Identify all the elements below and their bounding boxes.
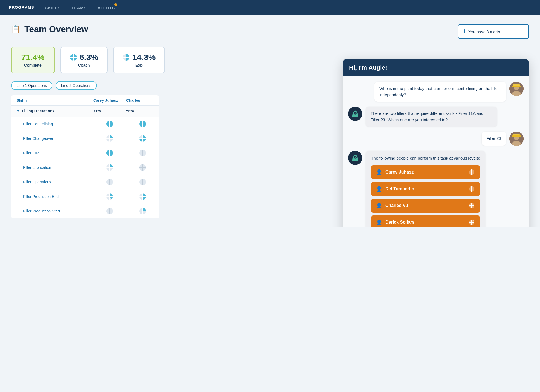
- bot-avatar-1: [348, 107, 362, 121]
- msg-bot-1: There are two fillers that require diffe…: [348, 107, 524, 127]
- main-content: 📋 Team Overview ℹ You have 3 alerts 71.4…: [0, 15, 540, 227]
- alerts-badge[interactable]: ℹ You have 3 alerts: [458, 24, 529, 39]
- table-row: Filler Production End: [11, 189, 159, 204]
- msg-text-bot-1: There are two fillers that require diffe…: [366, 107, 497, 127]
- person-name-del: Del Tomberlin: [385, 186, 414, 192]
- skill-filler-cip[interactable]: Filler CIP: [16, 151, 93, 155]
- stat-card-coach: 6.3% Coach: [60, 47, 108, 73]
- person-btn-left-del: 👤 Del Tomberlin: [376, 185, 414, 193]
- stat-label-coach: Coach: [70, 63, 98, 67]
- stat-label-exp: Exp: [122, 63, 156, 67]
- skill-level-c1: [93, 149, 126, 157]
- msg-user-2: Filler 23: [348, 132, 524, 146]
- skill-icon-derick: [468, 219, 475, 226]
- section-filling-toggle[interactable]: ▼ Filling Operations: [16, 109, 93, 113]
- person-icon-del: 👤: [376, 185, 382, 193]
- user-avatar-2: [509, 132, 524, 146]
- table-row: Filler Production Start: [11, 204, 159, 218]
- table-row: Filler Changeover: [11, 131, 159, 146]
- stat-value-complete: 71.4%: [20, 53, 46, 62]
- skill-level-c2: [126, 120, 159, 128]
- skills-table: Skill Carey Juhasz Charles ▼ Filling Ope…: [11, 95, 159, 218]
- bot-list-intro: The following people can perform this ta…: [371, 155, 480, 161]
- skill-level-c1: [93, 193, 126, 200]
- col-carey[interactable]: Carey Juhasz: [93, 98, 126, 103]
- bot-avatar-2: [348, 151, 362, 165]
- skill-icon-del: [468, 186, 475, 192]
- skill-icon-charles: [468, 202, 475, 209]
- stat-coach-row: 6.3%: [70, 53, 98, 62]
- msg-bot-list: The following people can perform this ta…: [366, 151, 485, 227]
- chevron-down-icon: ▼: [16, 109, 20, 113]
- skill-filler-production-end[interactable]: Filler Production End: [16, 194, 93, 199]
- table-row: Filler Centerlining: [11, 117, 159, 131]
- table-row: Filler Lubrication: [11, 160, 159, 175]
- person-icon-derick: 👤: [376, 219, 382, 226]
- stat-label-complete: Complete: [20, 63, 46, 67]
- section-filling-name: Filling Operations: [22, 109, 55, 113]
- stat-card-complete: 71.4% Complete: [11, 47, 55, 73]
- info-icon: ℹ: [464, 29, 466, 35]
- svg-rect-52: [512, 86, 521, 87]
- stat-value-exp: 14.3%: [132, 53, 156, 62]
- skill-level-c2: [126, 164, 159, 171]
- skill-filler-production-start[interactable]: Filler Production Start: [16, 209, 93, 213]
- coach-pie-icon: [70, 53, 77, 61]
- person-btn-derick[interactable]: 👤 Derick Sollars: [371, 215, 480, 228]
- alerts-badge-text: You have 3 alerts: [468, 29, 500, 34]
- table-row: Filler CIP: [11, 146, 159, 160]
- person-name-carey: Carey Juhasz: [385, 169, 414, 175]
- nav-teams[interactable]: TEAMS: [72, 1, 87, 15]
- section-filling[interactable]: ▼ Filling Operations 71% 56%: [11, 106, 159, 117]
- svg-point-61: [355, 157, 356, 158]
- exp-pie-icon: [122, 53, 130, 61]
- skill-icon-carey: [468, 169, 475, 175]
- filter-tag-line2[interactable]: Line 2 Operations: [56, 81, 97, 90]
- nav-skills[interactable]: SKILLS: [45, 1, 60, 15]
- skill-filler-changeover[interactable]: Filler Changeover: [16, 136, 93, 141]
- skill-level-c1: [93, 120, 126, 128]
- chat-header: Hi, I'm Augie!: [343, 59, 529, 76]
- person-btn-carey[interactable]: 👤 Carey Juhasz: [371, 165, 480, 179]
- person-btn-del[interactable]: 👤 Del Tomberlin: [371, 182, 480, 196]
- nav-programs[interactable]: PROGRAMS: [9, 0, 34, 15]
- skill-level-c2: [126, 178, 159, 186]
- person-btn-left-carey: 👤 Carey Juhasz: [376, 169, 414, 176]
- skill-level-c2: [126, 193, 159, 200]
- person-icon-carey: 👤: [376, 169, 382, 176]
- table-header: Skill Carey Juhasz Charles: [11, 95, 159, 106]
- msg-text-user-1: Who is in the plant today that can perfo…: [374, 82, 506, 102]
- skill-filler-lubrication[interactable]: Filler Lubrication: [16, 165, 93, 170]
- person-icon-charles: 👤: [376, 202, 382, 209]
- svg-point-54: [355, 113, 356, 114]
- page-header: 📋 Team Overview ℹ You have 3 alerts: [11, 24, 529, 39]
- person-name-derick: Derick Sollars: [385, 219, 415, 226]
- skill-level-c1: [93, 207, 126, 215]
- page-title: 📋 Team Overview: [11, 24, 88, 34]
- col-charles[interactable]: Charles: [126, 98, 159, 103]
- msg-text-user-2: Filler 23: [482, 132, 506, 146]
- skill-filler-operations[interactable]: Filler Operations: [16, 180, 93, 184]
- stat-exp-row: 14.3%: [122, 53, 156, 62]
- skill-level-c2: [126, 149, 159, 157]
- skill-filler-centerlining[interactable]: Filler Centerlining: [16, 122, 93, 126]
- filling-pct-col2: 56%: [126, 109, 159, 113]
- chat-overlay: Hi, I'm Augie! Who is in the plant today…: [343, 59, 529, 227]
- filter-tag-line1[interactable]: Line 1 Operations: [11, 81, 52, 90]
- navigation: PROGRAMS SKILLS TEAMS ALERTS: [0, 0, 540, 15]
- alert-dot-icon: [114, 3, 117, 6]
- chat-title: Hi, I'm Augie!: [349, 64, 387, 71]
- nav-alerts[interactable]: ALERTS: [98, 1, 115, 15]
- col-skill[interactable]: Skill: [16, 98, 93, 103]
- person-list: 👤 Carey Juhasz 👤: [371, 165, 480, 228]
- stat-value-coach: 6.3%: [80, 53, 98, 62]
- skill-level-c1: [93, 178, 126, 186]
- person-btn-left-charles: 👤 Charles Vu: [376, 202, 408, 209]
- skill-level-c1: [93, 135, 126, 142]
- filling-pct-col1: 71%: [93, 109, 126, 113]
- person-btn-left-derick: 👤 Derick Sollars: [376, 219, 415, 226]
- person-btn-charles[interactable]: 👤 Charles Vu: [371, 199, 480, 213]
- svg-rect-59: [512, 135, 521, 137]
- skill-level-c2: [126, 207, 159, 215]
- msg-user-1: Who is in the plant today that can perfo…: [348, 82, 524, 102]
